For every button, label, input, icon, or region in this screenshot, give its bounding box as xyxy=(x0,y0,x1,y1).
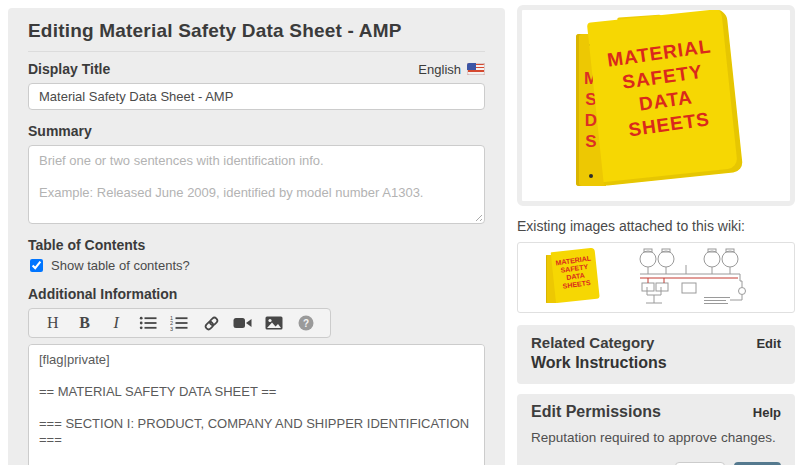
bullet-list-icon xyxy=(139,315,157,331)
italic-icon: I xyxy=(113,314,118,332)
wiki-main-image[interactable]: M S D S MATERIAL SAFETY DATA SHEETS xyxy=(517,5,795,206)
summary-textarea[interactable] xyxy=(28,145,485,224)
us-flag-icon xyxy=(467,63,485,75)
spine-letter: S xyxy=(585,132,596,151)
content-field-wrap: [flag|private] == MATERIAL SAFETY DATA S… xyxy=(28,344,485,465)
bold-button[interactable]: B xyxy=(72,311,96,335)
image-button[interactable] xyxy=(262,311,286,335)
msds-binder-image: M S D S MATERIAL SAFETY DATA SHEETS xyxy=(522,10,790,201)
italic-button[interactable]: I xyxy=(104,311,128,335)
rivet-icon xyxy=(589,174,593,178)
display-title-row: Display Title English xyxy=(28,61,485,77)
heading-button[interactable]: H xyxy=(41,311,65,335)
binder-thumbnail[interactable]: MATERIAL SAFETY DATA SHEETS xyxy=(540,248,604,308)
toc-checkbox[interactable] xyxy=(30,259,43,272)
attachments-strip: MATERIAL SAFETY DATA SHEETS xyxy=(517,242,795,313)
additional-info-heading: Additional Information xyxy=(28,286,485,302)
edit-category-link[interactable]: Edit xyxy=(756,336,781,351)
edit-permissions-card: Edit Permissions Help Reputation require… xyxy=(517,394,795,465)
toc-checkbox-row: Show table of contents? xyxy=(28,258,485,273)
thumb-binder-cover: MATERIAL SAFETY DATA SHEETS xyxy=(551,247,600,302)
numbered-list-icon: 1 2 3 xyxy=(170,315,188,331)
summary-field-wrap xyxy=(28,145,485,224)
attachments-label: Existing images attached to this wiki: xyxy=(517,218,795,234)
reputation-description: Reputation required to approve changes. xyxy=(531,430,781,445)
help-link[interactable]: Help xyxy=(753,405,781,420)
editor-toolbar: H B I 1 2 3 xyxy=(28,308,331,338)
related-category-value: Work Instructions xyxy=(531,354,781,372)
sidebar: M S D S MATERIAL SAFETY DATA SHEETS Exis… xyxy=(517,5,795,465)
toc-checkbox-label: Show table of contents? xyxy=(51,258,190,273)
edit-permissions-title: Edit Permissions xyxy=(531,403,661,421)
bullet-list-button[interactable] xyxy=(136,311,160,335)
link-icon xyxy=(203,315,220,332)
language-label: English xyxy=(418,62,461,77)
binder-front-cover: MATERIAL SAFETY DATA SHEETS xyxy=(587,8,743,186)
related-category-card: Related Category Edit Work Instructions xyxy=(517,325,795,384)
link-button[interactable] xyxy=(199,311,223,335)
svg-text:?: ? xyxy=(303,318,309,329)
help-button[interactable]: ? xyxy=(294,311,318,335)
image-icon xyxy=(265,316,283,330)
page-title: Editing Material Safety Data Sheet - AMP xyxy=(28,16,485,52)
binder-cover-text: MATERIAL SAFETY DATA SHEETS xyxy=(588,32,740,147)
toc-heading: Table of Contents xyxy=(28,237,485,253)
video-icon xyxy=(233,316,252,330)
display-title-input[interactable] xyxy=(28,83,485,110)
bold-icon: B xyxy=(79,314,90,332)
display-title-label: Display Title xyxy=(28,61,110,77)
edit-panel: Editing Material Safety Data Sheet - AMP… xyxy=(8,8,505,465)
page: Editing Material Safety Data Sheet - AMP… xyxy=(0,0,800,465)
related-category-title: Related Category xyxy=(531,334,654,351)
language-selector[interactable]: English xyxy=(418,62,485,77)
summary-label: Summary xyxy=(28,123,485,139)
heading-icon: H xyxy=(47,314,59,332)
video-button[interactable] xyxy=(231,311,255,335)
wiki-content-textarea[interactable]: [flag|private] == MATERIAL SAFETY DATA S… xyxy=(28,344,485,465)
schematic-thumbnail[interactable] xyxy=(620,247,770,309)
help-icon: ? xyxy=(298,315,314,331)
svg-text:3: 3 xyxy=(170,326,173,331)
spine-letter: D xyxy=(585,111,597,130)
numbered-list-button[interactable]: 1 2 3 xyxy=(167,311,191,335)
